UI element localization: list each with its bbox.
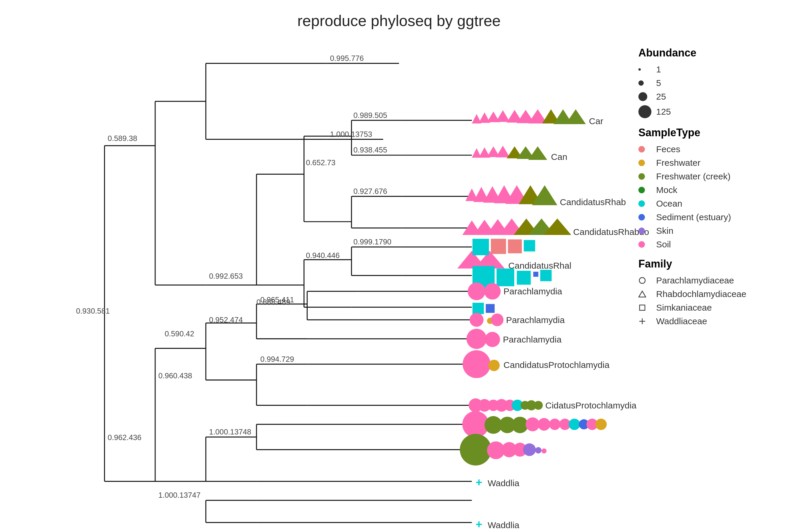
family-triangle-icon [639, 290, 646, 298]
sampletype-freshwater-label: Freshwater [656, 158, 701, 168]
svg-rect-110 [533, 272, 538, 277]
svg-rect-106 [524, 240, 535, 251]
abundance-label-125: 125 [656, 107, 671, 117]
svg-point-140 [569, 418, 580, 430]
family-parachlamydiaceae-label: Parachlamydiaceae [656, 276, 734, 285]
family-circle-icon [639, 277, 646, 284]
sampletype-mock: Mock [639, 185, 792, 195]
branch-label-965: 0.965.411 [260, 296, 294, 304]
svg-point-150 [542, 448, 547, 453]
tip-row-4: CandidatusRhabdo [462, 218, 649, 237]
svg-rect-153 [640, 305, 645, 310]
tip-label-proto2: CidatusProtochlamydia [545, 400, 636, 410]
svg-marker-86 [528, 146, 547, 160]
family-waddliaceae: Waddliaceae [639, 316, 792, 326]
svg-marker-152 [639, 291, 646, 297]
tip-row-2: Can [472, 146, 567, 162]
branch-label-989: 0.989.505 [354, 111, 387, 119]
sampletype-freshwater-creek: Freshwater (creek) [639, 171, 792, 182]
tip-row-para1: Parachlamydia [468, 283, 563, 300]
abundance-item-25: 25 [639, 92, 792, 102]
tip-row-para2: Parachlamydia [470, 313, 565, 327]
sampletype-ocean: Ocean [639, 198, 792, 209]
tip-label-rhab: CandidatusRhab [560, 197, 626, 207]
branch-label-952: 0.952.474 [209, 316, 243, 324]
branch-label-938: 0.938.455 [354, 146, 387, 154]
svg-rect-113 [486, 304, 495, 313]
svg-point-131 [534, 401, 543, 410]
svg-rect-105 [508, 240, 522, 253]
family-simkaniaceae-label: Simkaniaceae [656, 303, 712, 313]
family-rhabdochlamydiaceae-label: Rhabdochlamydiaceae [656, 289, 746, 299]
branch-label-590: 0.590.42 [165, 329, 194, 338]
waddlia-plus-2: + [476, 518, 482, 531]
svg-point-149 [535, 447, 542, 453]
svg-marker-73 [496, 110, 510, 122]
branch-label-1000-13747: 1.000.13747 [158, 491, 201, 499]
tip-label-para1: Parachlamydia [504, 286, 563, 296]
tip-row-para3: Parachlamydia [467, 329, 562, 349]
branch-label-994: 0.994.729 [260, 355, 294, 363]
svg-point-121 [462, 350, 490, 378]
tip-row-mixed2 [460, 434, 547, 466]
svg-rect-103 [473, 239, 489, 255]
sampletype-mock-label: Mock [656, 185, 678, 195]
tip-row-simkania3 [473, 303, 495, 314]
tip-label-waddlia1: Waddlia [488, 478, 519, 488]
svg-point-136 [526, 417, 540, 431]
family-rhabdochlamydiaceae: Rhabdochlamydiaceae [639, 289, 792, 299]
tip-label-para3: Parachlamydia [503, 335, 562, 344]
svg-point-143 [595, 418, 607, 430]
svg-rect-111 [540, 270, 552, 281]
svg-point-118 [491, 314, 504, 326]
sampletype-soil-label: Soil [656, 240, 671, 249]
tip-row-proto2: CidatusProtochlamydia [469, 398, 636, 412]
legend-panel: Abundance 1 5 25 125 SampleType Feces Fr… [632, 30, 798, 526]
branch-label-1000-13753: 1.000.13753 [330, 130, 372, 138]
main-container: { "title": "reproduce phyloseq by ggtree… [0, 0, 798, 532]
branch-label-999: 0.999.1790 [354, 238, 392, 246]
svg-point-144 [460, 434, 492, 466]
svg-marker-79 [566, 109, 586, 124]
sampletype-ocean-label: Ocean [656, 198, 682, 209]
svg-rect-109 [517, 271, 531, 285]
tip-row-simkania1 [473, 239, 535, 255]
svg-point-120 [485, 332, 500, 347]
abundance-item-5: 5 [639, 78, 792, 88]
branch-label-940: 0.940.446 [306, 251, 340, 260]
tip-row-1: Car [472, 109, 603, 126]
svg-point-116 [470, 313, 483, 327]
abundance-item-125: 125 [639, 105, 792, 118]
sampletype-skin: Skin [639, 226, 792, 236]
abundance-legend-title: Abundance [639, 47, 792, 59]
branch-label-1000-13748: 1.000.13748 [209, 428, 251, 436]
tip-label-can1: Car [589, 116, 603, 126]
svg-point-119 [467, 329, 487, 349]
sampletype-sediment: Sediment (estuary) [639, 212, 792, 222]
svg-point-122 [488, 360, 500, 371]
tip-label-proto1: CandidatusProtochlamydia [504, 360, 610, 370]
tip-label-can2: Can [551, 152, 567, 162]
svg-point-138 [549, 418, 560, 430]
svg-point-137 [538, 418, 550, 431]
tip-row-3: CandidatusRhab [466, 185, 626, 207]
sampletype-feces: Feces [639, 144, 792, 154]
branch-label-995: 0.995.776 [330, 54, 363, 62]
branch-label-960: 0.960.438 [158, 372, 192, 380]
branch-label-589: 0.589.38 [108, 134, 137, 142]
abundance-label-1: 1 [656, 64, 661, 75]
svg-point-114 [468, 283, 486, 300]
svg-rect-108 [496, 269, 514, 286]
family-plus-icon [639, 318, 646, 325]
branch-label-927: 0.927.676 [354, 187, 387, 195]
waddlia-plus-1: + [476, 476, 482, 489]
branch-label-962: 0.962.436 [108, 433, 141, 441]
tip-row-mixed1 [462, 411, 607, 438]
sampletype-feces-label: Feces [656, 144, 680, 154]
branch-label-652: 0.652.73 [306, 158, 336, 167]
tip-label-rhal: CandidatusRhal [508, 261, 571, 270]
svg-point-115 [484, 283, 501, 300]
branch-label-992: 0.992.653 [209, 272, 243, 280]
family-simkaniaceae: Simkaniaceae [639, 303, 792, 313]
svg-rect-104 [491, 239, 506, 254]
